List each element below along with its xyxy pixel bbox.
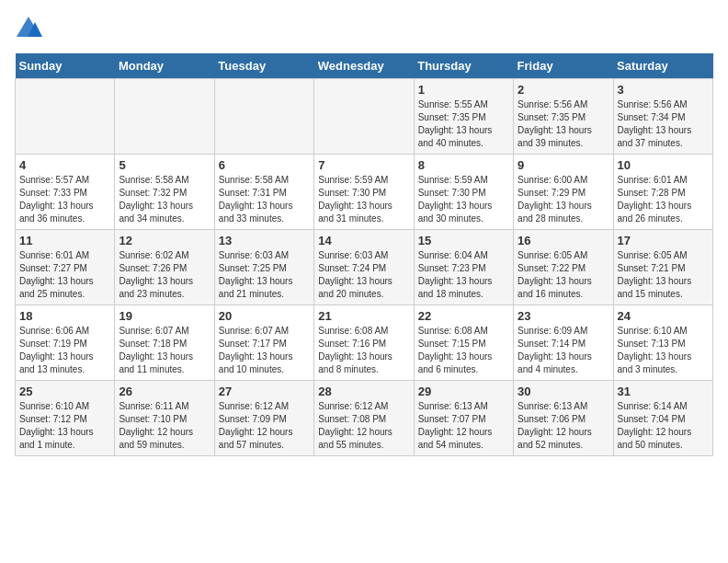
calendar-cell: 11Sunrise: 6:01 AM Sunset: 7:27 PM Dayli… (16, 230, 115, 305)
day-number: 23 (518, 309, 609, 323)
day-info: Sunrise: 6:14 AM Sunset: 7:04 PM Dayligh… (618, 400, 709, 452)
day-info: Sunrise: 6:00 AM Sunset: 7:29 PM Dayligh… (518, 174, 609, 225)
page-header (15, 15, 713, 42)
calendar-body: 1Sunrise: 5:55 AM Sunset: 7:35 PM Daylig… (16, 79, 713, 456)
day-info: Sunrise: 6:09 AM Sunset: 7:14 PM Dayligh… (518, 325, 609, 376)
calendar-week-row: 11Sunrise: 6:01 AM Sunset: 7:27 PM Dayli… (16, 230, 713, 305)
calendar-week-row: 1Sunrise: 5:55 AM Sunset: 7:35 PM Daylig… (16, 79, 713, 155)
day-info: Sunrise: 6:10 AM Sunset: 7:13 PM Dayligh… (618, 325, 709, 376)
calendar-cell: 1Sunrise: 5:55 AM Sunset: 7:35 PM Daylig… (414, 79, 513, 155)
day-info: Sunrise: 6:12 AM Sunset: 7:09 PM Dayligh… (219, 400, 310, 452)
day-number: 6 (219, 158, 310, 172)
day-info: Sunrise: 5:58 AM Sunset: 7:31 PM Dayligh… (219, 174, 310, 225)
calendar-cell: 16Sunrise: 6:05 AM Sunset: 7:22 PM Dayli… (514, 230, 613, 305)
day-info: Sunrise: 5:56 AM Sunset: 7:35 PM Dayligh… (518, 98, 609, 150)
day-number: 20 (219, 309, 310, 323)
day-info: Sunrise: 5:57 AM Sunset: 7:33 PM Dayligh… (19, 174, 110, 225)
day-number: 10 (618, 158, 709, 172)
calendar-cell: 18Sunrise: 6:06 AM Sunset: 7:19 PM Dayli… (16, 305, 115, 381)
calendar-cell: 3Sunrise: 5:56 AM Sunset: 7:34 PM Daylig… (613, 79, 712, 155)
calendar-cell: 9Sunrise: 6:00 AM Sunset: 7:29 PM Daylig… (514, 155, 613, 230)
calendar-cell: 30Sunrise: 6:13 AM Sunset: 7:06 PM Dayli… (514, 381, 613, 456)
day-number: 26 (119, 385, 210, 398)
day-number: 25 (19, 385, 110, 398)
day-number: 28 (318, 385, 409, 398)
calendar-cell (115, 79, 214, 155)
weekday-header-monday: Monday (115, 53, 214, 79)
calendar-cell: 19Sunrise: 6:07 AM Sunset: 7:18 PM Dayli… (115, 305, 214, 381)
calendar-cell: 8Sunrise: 5:59 AM Sunset: 7:30 PM Daylig… (414, 155, 513, 230)
day-info: Sunrise: 5:58 AM Sunset: 7:32 PM Dayligh… (119, 174, 210, 225)
calendar-cell: 22Sunrise: 6:08 AM Sunset: 7:15 PM Dayli… (414, 305, 513, 381)
calendar-week-row: 25Sunrise: 6:10 AM Sunset: 7:12 PM Dayli… (16, 381, 713, 456)
day-number: 29 (418, 385, 509, 398)
day-number: 19 (119, 309, 210, 323)
weekday-header-sunday: Sunday (16, 53, 115, 79)
day-info: Sunrise: 6:08 AM Sunset: 7:15 PM Dayligh… (418, 325, 509, 376)
day-info: Sunrise: 6:04 AM Sunset: 7:23 PM Dayligh… (418, 249, 509, 301)
calendar-cell: 29Sunrise: 6:13 AM Sunset: 7:07 PM Dayli… (414, 381, 513, 456)
weekday-header-saturday: Saturday (613, 53, 712, 79)
calendar-cell: 4Sunrise: 5:57 AM Sunset: 7:33 PM Daylig… (16, 155, 115, 230)
day-number: 14 (318, 234, 409, 247)
day-number: 5 (119, 158, 210, 172)
day-number: 2 (518, 83, 609, 97)
weekday-header-friday: Friday (514, 53, 613, 79)
calendar-cell: 15Sunrise: 6:04 AM Sunset: 7:23 PM Dayli… (414, 230, 513, 305)
calendar-cell (214, 79, 313, 155)
day-number: 27 (219, 385, 310, 398)
calendar-cell: 5Sunrise: 5:58 AM Sunset: 7:32 PM Daylig… (115, 155, 214, 230)
day-number: 31 (618, 385, 709, 398)
day-info: Sunrise: 6:02 AM Sunset: 7:26 PM Dayligh… (119, 249, 210, 301)
calendar-cell: 21Sunrise: 6:08 AM Sunset: 7:16 PM Dayli… (314, 305, 414, 381)
calendar-week-row: 18Sunrise: 6:06 AM Sunset: 7:19 PM Dayli… (16, 305, 713, 381)
day-number: 16 (518, 234, 609, 247)
day-number: 1 (418, 83, 509, 97)
day-number: 22 (418, 309, 509, 323)
day-info: Sunrise: 6:07 AM Sunset: 7:18 PM Dayligh… (119, 325, 210, 376)
day-number: 4 (19, 158, 110, 172)
calendar-cell: 31Sunrise: 6:14 AM Sunset: 7:04 PM Dayli… (613, 381, 712, 456)
day-info: Sunrise: 6:11 AM Sunset: 7:10 PM Dayligh… (119, 400, 210, 452)
day-info: Sunrise: 6:10 AM Sunset: 7:12 PM Dayligh… (19, 400, 110, 452)
day-info: Sunrise: 6:13 AM Sunset: 7:07 PM Dayligh… (418, 400, 509, 452)
day-info: Sunrise: 6:01 AM Sunset: 7:27 PM Dayligh… (19, 249, 110, 301)
day-number: 11 (19, 234, 110, 247)
day-info: Sunrise: 5:56 AM Sunset: 7:34 PM Dayligh… (618, 98, 709, 150)
calendar-cell (314, 79, 414, 155)
day-info: Sunrise: 6:07 AM Sunset: 7:17 PM Dayligh… (219, 325, 310, 376)
day-number: 8 (418, 158, 509, 172)
calendar-cell: 20Sunrise: 6:07 AM Sunset: 7:17 PM Dayli… (214, 305, 313, 381)
day-info: Sunrise: 6:05 AM Sunset: 7:21 PM Dayligh… (618, 249, 709, 301)
calendar-cell: 28Sunrise: 6:12 AM Sunset: 7:08 PM Dayli… (314, 381, 414, 456)
day-number: 12 (119, 234, 210, 247)
day-info: Sunrise: 6:03 AM Sunset: 7:24 PM Dayligh… (318, 249, 409, 301)
day-info: Sunrise: 6:03 AM Sunset: 7:25 PM Dayligh… (219, 249, 310, 301)
calendar-cell (16, 79, 115, 155)
calendar-cell: 12Sunrise: 6:02 AM Sunset: 7:26 PM Dayli… (115, 230, 214, 305)
calendar-cell: 25Sunrise: 6:10 AM Sunset: 7:12 PM Dayli… (16, 381, 115, 456)
calendar-cell: 6Sunrise: 5:58 AM Sunset: 7:31 PM Daylig… (214, 155, 313, 230)
day-number: 3 (618, 83, 709, 97)
calendar-header: SundayMondayTuesdayWednesdayThursdayFrid… (16, 53, 713, 79)
day-number: 7 (318, 158, 409, 172)
day-number: 15 (418, 234, 509, 247)
calendar-cell: 26Sunrise: 6:11 AM Sunset: 7:10 PM Dayli… (115, 381, 214, 456)
weekday-header-tuesday: Tuesday (214, 53, 313, 79)
day-info: Sunrise: 6:06 AM Sunset: 7:19 PM Dayligh… (19, 325, 110, 376)
weekday-header-wednesday: Wednesday (314, 53, 414, 79)
calendar-cell: 17Sunrise: 6:05 AM Sunset: 7:21 PM Dayli… (613, 230, 712, 305)
calendar-cell: 10Sunrise: 6:01 AM Sunset: 7:28 PM Dayli… (613, 155, 712, 230)
day-info: Sunrise: 5:59 AM Sunset: 7:30 PM Dayligh… (318, 174, 409, 225)
calendar-cell: 24Sunrise: 6:10 AM Sunset: 7:13 PM Dayli… (613, 305, 712, 381)
logo (15, 15, 46, 42)
day-info: Sunrise: 6:08 AM Sunset: 7:16 PM Dayligh… (318, 325, 409, 376)
weekday-header-row: SundayMondayTuesdayWednesdayThursdayFrid… (16, 53, 713, 79)
day-info: Sunrise: 6:13 AM Sunset: 7:06 PM Dayligh… (518, 400, 609, 452)
calendar-cell: 27Sunrise: 6:12 AM Sunset: 7:09 PM Dayli… (214, 381, 313, 456)
day-number: 21 (318, 309, 409, 323)
day-info: Sunrise: 6:05 AM Sunset: 7:22 PM Dayligh… (518, 249, 609, 301)
day-number: 18 (19, 309, 110, 323)
day-number: 24 (618, 309, 709, 323)
calendar-cell: 7Sunrise: 5:59 AM Sunset: 7:30 PM Daylig… (314, 155, 414, 230)
